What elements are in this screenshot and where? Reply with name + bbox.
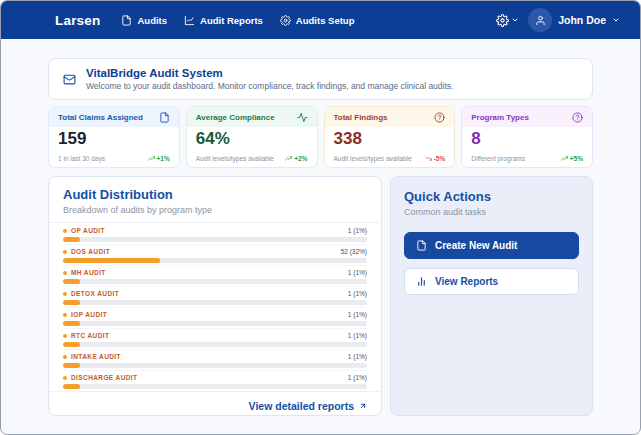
quick-actions-buttons: Create New AuditView Reports (404, 232, 579, 295)
nav-item-audit-reports[interactable]: Audit Reports (184, 15, 263, 26)
gear-icon (496, 14, 509, 27)
stat-card-body: 8Different programs+5% (462, 127, 592, 167)
trend-badge: +1% (148, 155, 170, 162)
progress-bar-track (63, 258, 367, 263)
help-icon[interactable] (434, 112, 445, 123)
dashboard-page: VitalBridge Audit System Welcome to your… (1, 39, 640, 416)
stat-card-header: Average Compliance (187, 107, 317, 127)
audit-row-label: DOS AUDIT (71, 248, 110, 255)
quick-actions-panel: Quick Actions Common audit tasks Create … (390, 176, 593, 416)
audit-row-value: 1 (1%) (348, 227, 367, 234)
trend-up-icon (561, 155, 568, 162)
stat-card-body: 1591 in last 30 days+1% (49, 127, 179, 167)
mail-icon (63, 73, 76, 86)
nav-item-audits[interactable]: Audits (121, 15, 167, 26)
view-reports-button[interactable]: View Reports (404, 268, 579, 295)
nav-item-label: Audits Setup (296, 15, 355, 26)
create-new-audit-button[interactable]: Create New Audit (404, 232, 579, 259)
panel-subtitle: Breakdown of audits by program type (63, 205, 367, 215)
progress-bar-track (63, 279, 367, 284)
progress-bar-fill (63, 384, 80, 389)
progress-bar-track (63, 384, 367, 389)
button-label: Create New Audit (435, 240, 517, 251)
trend-down-icon (425, 155, 432, 162)
progress-bar-fill (63, 279, 80, 284)
pulse-icon (297, 112, 308, 123)
progress-bar-fill (63, 363, 80, 368)
audit-row-intake-audit: INTAKE AUDIT1 (1%) (63, 350, 367, 371)
top-navbar: Larsen AuditsAudit ReportsAudits Setup J… (1, 1, 640, 39)
stat-card-body: 64%Audit levels/types available+2% (187, 127, 317, 167)
progress-bar-fill (63, 300, 80, 305)
panel-subtitle: Common audit tasks (404, 207, 579, 217)
audit-row-label: RTC AUDIT (71, 332, 109, 339)
stat-subtitle: Audit levels/types available (196, 155, 274, 162)
audit-row-label: MH AUDIT (71, 269, 106, 276)
audit-row-label: IOP AUDIT (71, 311, 107, 318)
stat-card-program-types: Program Types8Different programs+5% (461, 106, 593, 168)
nav-item-audits-setup[interactable]: Audits Setup (280, 15, 355, 26)
bullet-dot-icon (63, 376, 67, 380)
audit-row-value: 1 (1%) (348, 290, 367, 297)
welcome-banner: VitalBridge Audit System Welcome to your… (48, 58, 593, 100)
audit-row-detox-audit: DETOX AUDIT1 (1%) (63, 287, 367, 308)
view-detailed-reports-link[interactable]: View detailed reports (249, 400, 367, 412)
audit-row-label: INTAKE AUDIT (71, 353, 121, 360)
audit-distribution-panel: Audit Distribution Breakdown of audits b… (48, 176, 382, 416)
chevron-down-icon (511, 16, 519, 24)
stat-value: 159 (58, 129, 170, 149)
trend-up-icon (285, 155, 292, 162)
stat-subtitle: 1 in last 30 days (58, 155, 105, 162)
audit-row-value: 1 (1%) (348, 353, 367, 360)
link-label: View detailed reports (249, 400, 354, 412)
audit-row-value: 1 (1%) (348, 374, 367, 381)
document-icon (159, 112, 170, 123)
stat-card-header: Total Claims Assigned (49, 107, 179, 127)
stat-card-average-compliance: Average Compliance64%Audit levels/types … (186, 106, 318, 168)
welcome-banner-text: VitalBridge Audit System Welcome to your… (86, 67, 453, 91)
stat-value: 64% (196, 129, 308, 149)
panel-title: Quick Actions (404, 189, 579, 204)
audit-row-top: DETOX AUDIT1 (1%) (63, 290, 367, 297)
bullet-dot-icon (63, 334, 67, 338)
stat-label: Average Compliance (196, 113, 275, 122)
stat-label: Total Claims Assigned (58, 113, 143, 122)
audit-row-top: IOP AUDIT1 (1%) (63, 311, 367, 318)
audit-row-top: RTC AUDIT1 (1%) (63, 332, 367, 339)
user-menu-button[interactable]: John Doe (528, 8, 620, 32)
audit-row-iop-audit: IOP AUDIT1 (1%) (63, 308, 367, 329)
nav-item-label: Audits (137, 15, 167, 26)
help-icon[interactable] (572, 112, 583, 123)
person-icon (535, 15, 546, 26)
document-icon (416, 240, 427, 251)
bullet-dot-icon (63, 292, 67, 296)
main-nav: AuditsAudit ReportsAudits Setup (121, 15, 354, 26)
settings-menu-button[interactable] (496, 14, 519, 27)
audit-row-mh-audit: MH AUDIT1 (1%) (63, 266, 367, 287)
audit-row-value: 1 (1%) (348, 332, 367, 339)
audit-row-rtc-audit: RTC AUDIT1 (1%) (63, 329, 367, 350)
audit-distribution-header: Audit Distribution Breakdown of audits b… (49, 177, 381, 222)
user-name: John Doe (558, 14, 606, 26)
trend-value: -5% (434, 155, 446, 162)
chevron-down-icon (612, 16, 620, 24)
stat-subtitle: Audit levels/types available (334, 155, 412, 162)
audit-distribution-list: OP AUDIT1 (1%)DOS AUDIT52 (32%)MH AUDIT1… (49, 222, 381, 391)
audit-row-label: DISCHARGE AUDIT (71, 374, 137, 381)
audit-row-value: 1 (1%) (348, 311, 367, 318)
trend-value: +1% (157, 155, 170, 162)
audit-row-discharge-audit: DISCHARGE AUDIT1 (1%) (63, 371, 367, 391)
audit-row-top: OP AUDIT1 (1%) (63, 227, 367, 234)
trend-badge: -5% (425, 155, 446, 162)
bullet-dot-icon (63, 229, 67, 233)
stat-card-header: Program Types (462, 107, 592, 127)
audit-distribution-footer: View detailed reports (49, 391, 381, 416)
bullet-dot-icon (63, 271, 67, 275)
stat-card-footer: Different programs+5% (471, 155, 583, 162)
progress-bar-track (63, 342, 367, 347)
banner-subtitle: Welcome to your audit dashboard. Monitor… (86, 81, 453, 91)
audit-row-op-audit: OP AUDIT1 (1%) (63, 224, 367, 245)
nav-item-label: Audit Reports (200, 15, 263, 26)
progress-bar-track (63, 237, 367, 242)
stat-value: 8 (471, 129, 583, 149)
